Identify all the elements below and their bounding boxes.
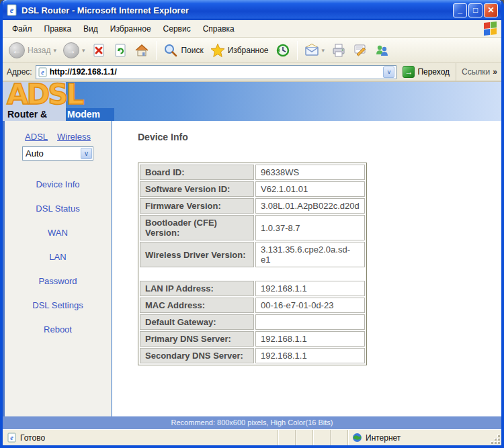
messenger-icon [374,43,389,58]
address-input[interactable] [50,67,384,77]
close-button[interactable]: ✕ [484,3,498,17]
forward-button[interactable]: → ▾ [61,41,87,60]
table-row: LAN IP Address: 192.168.1.1 [140,281,365,296]
window-title: DSL Router - Microsoft Internet Explorer [22,5,453,15]
mode-select-chevron-icon[interactable]: v [81,148,92,159]
sidebar-item-password[interactable]: Password [38,275,77,288]
refresh-button[interactable] [111,42,130,59]
status-mini-pane [278,430,295,445]
mail-dropdown-icon[interactable]: ▾ [322,47,325,54]
table-row: Firmware Version: 3.08L.01.A2pB022c.d20d [140,198,365,214]
print-button[interactable] [329,42,348,59]
minimize-button[interactable]: _ [453,3,467,17]
row-label: Default Gateway: [140,314,254,330]
search-icon [163,43,178,58]
refresh-icon [113,43,128,58]
messenger-button[interactable] [372,42,391,59]
row-label: Software Version ID: [140,181,254,197]
row-value: 00-16-e7-01-0d-23 [255,298,365,313]
links-bar[interactable]: Ссылки » [456,63,497,81]
mail-button[interactable]: ▾ [302,42,327,59]
windows-logo-icon [484,21,497,36]
logo-caption: Router & Modem [3,108,114,121]
internet-globe-icon [352,433,362,443]
row-label: Secondary DNS Server: [140,348,254,363]
favorites-label: Избранное [228,46,269,55]
toolbar-separator [297,41,298,60]
sidebar-link-adsl[interactable]: ADSL [25,132,48,142]
edit-icon [353,43,368,58]
sidebar-item-reboot[interactable]: Reboot [44,323,72,337]
status-mini-pane [312,430,330,445]
device-info-table: Board ID: 96338WS Software Version ID: V… [138,163,367,365]
resize-grip[interactable] [492,430,501,445]
home-icon [134,43,149,58]
sidebar-nav: Device Info DSL Status WAN LAN Password … [32,178,83,337]
ie-app-icon: e [6,4,18,16]
menu-item-edit[interactable]: Правка [39,22,77,36]
security-zone-pane: Интернет [347,430,492,445]
maximize-button[interactable]: □ [468,3,482,17]
table-spacer-row [140,269,365,279]
zone-text: Интернет [366,433,401,443]
sidebar-link-wireless[interactable]: Wireless [57,132,91,142]
favorites-star-icon [210,43,225,58]
history-icon [276,43,290,58]
row-value: 192.168.1.1 [255,281,365,296]
back-label: Назад [28,46,50,55]
status-text: Готово [20,433,45,443]
row-label: LAN IP Address: [140,281,254,296]
search-button[interactable]: Поиск [161,42,205,59]
links-overflow-icon[interactable]: » [493,67,497,77]
page-banner: ADSL Router & Modem [3,82,501,121]
sidebar-mode-links: ADSL Wireless [25,132,91,142]
links-label: Ссылки [462,67,490,77]
history-button[interactable] [274,42,292,59]
back-dropdown-icon[interactable]: ▾ [53,47,56,54]
sidebar-item-dsl-settings[interactable]: DSL Settings [32,299,83,312]
go-button[interactable]: → Переход [400,65,452,79]
row-value [255,314,365,330]
home-button[interactable] [132,42,151,59]
back-button[interactable]: ← Назад ▾ [7,41,58,60]
forward-dropdown-icon[interactable]: ▾ [82,47,85,54]
table-row: Software Version ID: V62.1.01.01 [140,181,365,197]
row-label: MAC Address: [140,298,254,313]
table-row: Wireless Driver Version: 3.131.35.6.cpe2… [140,242,365,267]
row-value: 192.168.1.1 [255,331,365,347]
mode-select[interactable]: Auto v [22,146,93,161]
row-label: Bootloader (CFE) Version: [140,215,254,240]
menu-item-file[interactable]: Файл [7,22,38,36]
adsl-logo: ADSL [7,82,82,111]
status-bar: e Готово Интернет [3,429,501,445]
status-mini-pane [330,430,347,445]
table-row: Secondary DNS Server: 192.168.1.1 [140,348,365,363]
edit-button[interactable] [351,42,370,59]
menu-item-help[interactable]: Справка [198,22,240,36]
page-ie-icon: e [38,67,48,77]
menu-bar: Файл Правка Вид Избранное Сервис Справка [3,20,501,38]
sidebar-item-dsl-status[interactable]: DSL Status [36,202,79,216]
browser-viewport: ADSL Router & Modem ADSL Wireless Auto v… [3,82,501,429]
row-label: Board ID: [140,165,254,180]
menu-item-view[interactable]: Вид [78,22,103,36]
browser-window: e DSL Router - Microsoft Internet Explor… [0,0,504,448]
stop-button[interactable] [89,42,108,59]
menu-item-tools[interactable]: Сервис [158,22,196,36]
page-title: Device Info [138,132,501,142]
sidebar-item-wan[interactable]: WAN [48,226,68,240]
favorites-button[interactable]: Избранное [208,42,271,59]
main-content: Device Info Board ID: 96338WS Software V… [112,121,501,416]
sidebar: ADSL Wireless Auto v Device Info DSL Sta… [5,121,112,416]
svg-text:e: e [41,69,44,76]
standard-toolbar: ← Назад ▾ → ▾ [3,38,501,63]
search-label: Поиск [181,46,203,55]
sidebar-item-lan[interactable]: LAN [49,251,66,264]
address-dropdown-icon[interactable]: v [383,66,394,78]
sidebar-item-device-info[interactable]: Device Info [36,178,79,191]
table-row: Bootloader (CFE) Version: 1.0.37-8.7 [140,215,365,240]
row-value: V62.1.01.01 [255,181,365,197]
spacer-cell [140,269,365,279]
menu-item-favorites[interactable]: Избранное [105,22,157,36]
row-label: Firmware Version: [140,198,254,214]
